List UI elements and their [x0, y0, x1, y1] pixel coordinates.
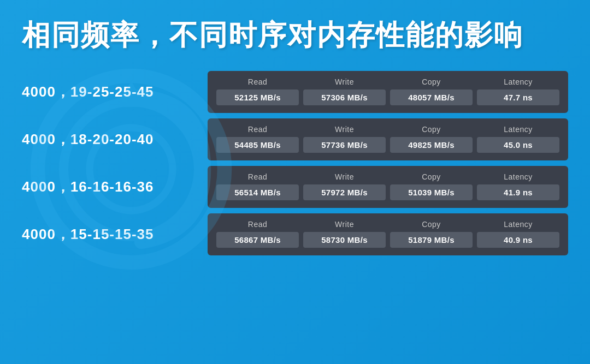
- latency-metric-value: 47.7 ns: [477, 89, 559, 105]
- write-metric-label: Write: [335, 220, 354, 229]
- copy-metric: Copy49825 MB/s: [390, 125, 473, 153]
- latency-metric: Latency47.7 ns: [477, 77, 559, 105]
- copy-metric-label: Copy: [422, 220, 441, 229]
- read-metric: Read56514 MB/s: [216, 172, 299, 200]
- benchmark-card: Read52125 MB/sWrite57306 MB/sCopy48057 M…: [208, 71, 568, 113]
- copy-metric-value: 51879 MB/s: [390, 232, 473, 248]
- page-title: 相同频率，不同时序对内存性能的影响: [22, 16, 568, 55]
- read-metric-value: 56514 MB/s: [216, 184, 299, 200]
- write-metric: Write57306 MB/s: [303, 77, 386, 105]
- latency-metric-value: 40.9 ns: [477, 232, 559, 248]
- write-metric: Write58730 MB/s: [303, 220, 386, 248]
- copy-metric: Copy48057 MB/s: [390, 77, 473, 105]
- read-metric-value: 52125 MB/s: [216, 89, 299, 105]
- latency-metric-label: Latency: [504, 125, 533, 134]
- content-area: 4000，19-25-25-45Read52125 MB/sWrite57306…: [22, 71, 568, 353]
- read-metric-label: Read: [248, 77, 267, 86]
- read-metric: Read56867 MB/s: [216, 220, 299, 248]
- benchmark-card: Read56514 MB/sWrite57972 MB/sCopy51039 M…: [208, 166, 568, 208]
- read-metric: Read52125 MB/s: [216, 77, 299, 105]
- copy-metric: Copy51039 MB/s: [390, 172, 473, 200]
- timing-label: 4000，18-20-20-40: [22, 130, 197, 149]
- read-metric-label: Read: [248, 172, 267, 181]
- timing-label: 4000，15-15-15-35: [22, 225, 197, 244]
- copy-metric-value: 51039 MB/s: [390, 184, 473, 200]
- benchmark-row: 4000，16-16-16-36Read56514 MB/sWrite57972…: [22, 166, 568, 208]
- latency-metric-label: Latency: [504, 77, 533, 86]
- read-metric-value: 54485 MB/s: [216, 137, 299, 153]
- read-metric-value: 56867 MB/s: [216, 232, 299, 248]
- benchmark-card: Read54485 MB/sWrite57736 MB/sCopy49825 M…: [208, 118, 568, 160]
- benchmark-row: 4000，18-20-20-40Read54485 MB/sWrite57736…: [22, 118, 568, 160]
- latency-metric: Latency40.9 ns: [477, 220, 559, 248]
- latency-metric-value: 41.9 ns: [477, 184, 559, 200]
- latency-metric-label: Latency: [504, 172, 533, 181]
- latency-metric: Latency41.9 ns: [477, 172, 559, 200]
- benchmark-card: Read56867 MB/sWrite58730 MB/sCopy51879 M…: [208, 213, 568, 255]
- write-metric-value: 58730 MB/s: [303, 232, 386, 248]
- read-metric-label: Read: [248, 125, 267, 134]
- write-metric-value: 57306 MB/s: [303, 89, 386, 105]
- write-metric-label: Write: [335, 125, 354, 134]
- read-metric: Read54485 MB/s: [216, 125, 299, 153]
- read-metric-label: Read: [248, 220, 267, 229]
- write-metric: Write57972 MB/s: [303, 172, 386, 200]
- copy-metric-label: Copy: [422, 77, 441, 86]
- copy-metric-value: 49825 MB/s: [390, 137, 473, 153]
- write-metric-value: 57736 MB/s: [303, 137, 386, 153]
- latency-metric-label: Latency: [504, 220, 533, 229]
- write-metric-value: 57972 MB/s: [303, 184, 386, 200]
- timing-label: 4000，19-25-25-45: [22, 82, 197, 102]
- copy-metric-value: 48057 MB/s: [390, 89, 473, 105]
- main-container: 相同频率，不同时序对内存性能的影响 4000，19-25-25-45Read52…: [0, 0, 590, 364]
- write-metric-label: Write: [335, 172, 354, 181]
- benchmark-row: 4000，15-15-15-35Read56867 MB/sWrite58730…: [22, 213, 568, 255]
- latency-metric: Latency45.0 ns: [477, 125, 559, 153]
- benchmark-row: 4000，19-25-25-45Read52125 MB/sWrite57306…: [22, 71, 568, 113]
- copy-metric-label: Copy: [422, 125, 441, 134]
- write-metric: Write57736 MB/s: [303, 125, 386, 153]
- latency-metric-value: 45.0 ns: [477, 137, 559, 153]
- write-metric-label: Write: [335, 77, 354, 86]
- copy-metric-label: Copy: [422, 172, 441, 181]
- copy-metric: Copy51879 MB/s: [390, 220, 473, 248]
- timing-label: 4000，16-16-16-36: [22, 177, 197, 196]
